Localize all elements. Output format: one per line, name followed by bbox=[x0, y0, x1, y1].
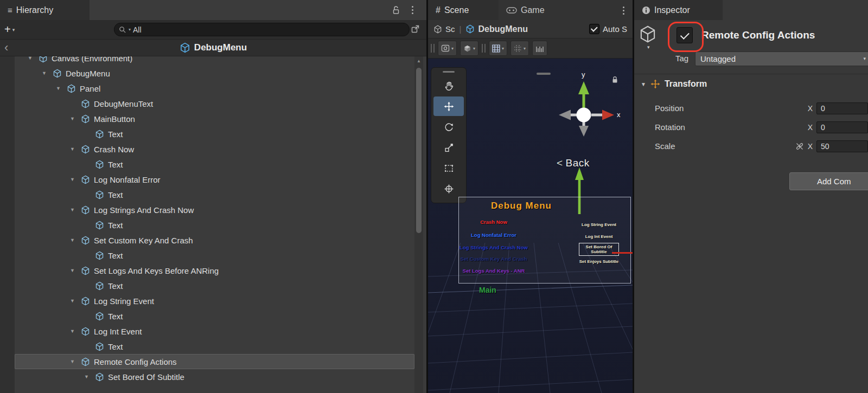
scrollbar-thumb[interactable] bbox=[416, 68, 422, 233]
panel-divider[interactable] bbox=[633, 0, 634, 393]
transform-tool-button[interactable] bbox=[433, 179, 464, 198]
breadcrumb-current-label[interactable]: DebugMenu bbox=[478, 24, 528, 34]
foldout-expanded-icon[interactable]: ▼ bbox=[27, 56, 39, 61]
hierarchy-item-debugmenu[interactable]: ▼DebugMenu bbox=[15, 66, 414, 81]
hierarchy-item-label: Text bbox=[108, 251, 123, 260]
hierarchy-toolbar: +▾ ▾ All bbox=[0, 20, 426, 39]
foldout-expanded-icon[interactable]: ▼ bbox=[69, 116, 81, 121]
gizmo-y-label[interactable]: y bbox=[582, 70, 585, 79]
transform-component-header[interactable]: ▼ Transform bbox=[634, 75, 868, 93]
hierarchy-item-log-string-event[interactable]: ▼Log String Event bbox=[15, 293, 414, 308]
scene-menu-icon[interactable] bbox=[619, 5, 628, 16]
tab-game[interactable]: Game bbox=[499, 0, 552, 20]
shading-mode-dropdown[interactable]: ▾ bbox=[460, 41, 478, 56]
foldout-expanded-icon[interactable]: ▼ bbox=[69, 177, 81, 182]
scale-icon bbox=[444, 143, 454, 153]
game-button-crash-now[interactable]: Crash Now bbox=[459, 219, 528, 225]
breadcrumb-root-label[interactable]: Sc bbox=[445, 24, 455, 34]
hierarchy-item-log-strings-and-crash-now[interactable]: ▼Log Strings And Crash Now bbox=[15, 202, 414, 217]
game-button-log-int-event[interactable]: Log Int Event bbox=[565, 234, 633, 239]
foldout-expanded-icon[interactable]: ▼ bbox=[69, 207, 81, 212]
tag-dropdown[interactable]: Untagged ▾ bbox=[695, 51, 868, 66]
hierarchy-item-text[interactable]: Text bbox=[15, 187, 414, 202]
hierarchy-item-log-int-event[interactable]: ▼Log Int Event bbox=[15, 324, 414, 339]
foldout-expanded-icon[interactable]: ▼ bbox=[69, 146, 81, 152]
hierarchy-item-mainbutton[interactable]: ▼MainButton bbox=[15, 111, 414, 126]
hierarchy-item-set-bored-of-subtitle[interactable]: ▼Set Bored Of Subtitle bbox=[15, 369, 414, 384]
scene-viewport[interactable]: y x <Back Debug Menu Crash NowLog Nonfat… bbox=[428, 59, 633, 393]
foldout-expanded-icon[interactable]: ▼ bbox=[69, 328, 81, 334]
game-main-button[interactable]: Main bbox=[479, 286, 496, 294]
snap-settings-dropdown[interactable]: ▾ bbox=[510, 41, 529, 56]
hierarchy-item-set-logs-and-keys-before-anring[interactable]: ▼Set Logs And Keys Before ANRing bbox=[15, 263, 414, 278]
measure-tool-button[interactable] bbox=[532, 41, 547, 56]
game-button-log-nonfatal-error[interactable]: Log Nonfatal Error bbox=[459, 232, 528, 238]
hierarchy-item-text[interactable]: Text bbox=[15, 157, 414, 172]
game-button-set-bored-of-subtitle[interactable]: Set Bored Of Subtitle bbox=[565, 243, 633, 256]
scene-view-toolbar: ▾ ▾ ▾ ▾ bbox=[428, 38, 633, 59]
create-object-button[interactable]: +▾ bbox=[4, 23, 15, 36]
prefab-cube-icon bbox=[95, 190, 108, 199]
scale-x-field[interactable]: 50 bbox=[816, 140, 868, 152]
hierarchy-item-text[interactable]: Text bbox=[15, 278, 414, 293]
tab-hierarchy[interactable]: ≡ Hierarchy bbox=[0, 0, 90, 20]
rect-tool-button[interactable] bbox=[433, 158, 464, 178]
game-button-log-string-event[interactable]: Log String Event bbox=[565, 222, 633, 227]
hierarchy-item-crash-now[interactable]: ▼Crash Now bbox=[15, 141, 414, 157]
toolbar-grip[interactable] bbox=[431, 44, 435, 53]
move-tool-button[interactable] bbox=[433, 96, 464, 116]
hierarchy-item-panel[interactable]: ▼Panel bbox=[15, 81, 414, 96]
foldout-expanded-icon[interactable]: ▼ bbox=[640, 81, 646, 87]
game-button-set-logs-and-keys-anr[interactable]: Set Logs And Keys - ANR bbox=[459, 268, 528, 274]
foldout-expanded-icon[interactable]: ▼ bbox=[69, 359, 81, 364]
hierarchy-item-canvas-environment[interactable]: ▼Canvas (Environment) bbox=[15, 56, 414, 66]
hand-tool-button[interactable] bbox=[433, 76, 464, 95]
camera-view-dropdown[interactable]: ▾ bbox=[438, 41, 457, 56]
rotation-x-field[interactable]: 0 bbox=[816, 121, 868, 133]
back-chevron-icon[interactable]: ‹ bbox=[4, 41, 8, 55]
position-x-field[interactable]: 0 bbox=[816, 102, 868, 114]
hierarchy-item-text[interactable]: Text bbox=[15, 126, 414, 141]
hierarchy-scrollbar[interactable]: ▲ bbox=[414, 56, 423, 393]
hierarchy-item-remote-config-actions[interactable]: ▼Remote Config Actions bbox=[15, 354, 414, 369]
hierarchy-item-text[interactable]: Text bbox=[15, 248, 414, 263]
link-scale-icon[interactable] bbox=[795, 142, 804, 151]
hierarchy-item-text[interactable]: Text bbox=[15, 339, 414, 354]
gizmo-x-label[interactable]: x bbox=[617, 111, 621, 119]
game-button-set-custom-key-and-crash[interactable]: Set Custom Key And Crash bbox=[459, 256, 528, 262]
toolbar-grip[interactable] bbox=[482, 44, 486, 53]
game-button-log-strings-and-crash-now[interactable]: Log Strings And Crash Now bbox=[459, 244, 528, 250]
search-input[interactable]: ▾ All bbox=[114, 23, 410, 36]
auto-save-toggle[interactable]: Auto S bbox=[589, 24, 627, 34]
foldout-expanded-icon[interactable]: ▼ bbox=[83, 374, 95, 379]
scroll-up-icon[interactable]: ▲ bbox=[414, 59, 423, 63]
foldout-expanded-icon[interactable]: ▼ bbox=[55, 86, 67, 91]
foldout-expanded-icon[interactable]: ▼ bbox=[69, 268, 81, 273]
chevron-down-icon[interactable]: ▾ bbox=[647, 44, 650, 50]
foldout-expanded-icon[interactable]: ▼ bbox=[69, 298, 81, 304]
tab-scene[interactable]: # Scene bbox=[428, 0, 499, 20]
rotate-tool-button[interactable] bbox=[433, 117, 464, 137]
gizmo-lock-icon[interactable] bbox=[611, 76, 618, 83]
popout-window-icon[interactable] bbox=[411, 24, 420, 34]
gameobject-icon-selector[interactable] bbox=[639, 25, 657, 43]
hierarchy-item-debugmenutext[interactable]: DebugMenuText bbox=[15, 96, 414, 111]
grid-visibility-dropdown[interactable]: ▾ bbox=[489, 41, 507, 56]
hierarchy-item-label: Canvas (Environment) bbox=[52, 56, 132, 63]
scale-tool-button[interactable] bbox=[433, 138, 464, 157]
transform-icon bbox=[650, 79, 660, 89]
hierarchy-item-text[interactable]: Text bbox=[15, 308, 414, 324]
hierarchy-menu-icon[interactable] bbox=[408, 4, 417, 15]
foldout-expanded-icon[interactable]: ▼ bbox=[41, 70, 53, 76]
tab-inspector[interactable]: Inspector bbox=[634, 0, 723, 20]
foldout-expanded-icon[interactable]: ▼ bbox=[69, 237, 81, 243]
hierarchy-item-text[interactable]: Text bbox=[15, 217, 414, 233]
hierarchy-item-set-custom-key-and-crash[interactable]: ▼Set Custom Key And Crash bbox=[15, 233, 414, 248]
lock-icon[interactable] bbox=[392, 5, 400, 15]
hierarchy-item-log-nonfatal-error[interactable]: ▼Log Nonfatal Error bbox=[15, 172, 414, 187]
panel-divider[interactable] bbox=[426, 0, 428, 393]
game-button-set-enjoys-subtitle[interactable]: Set Enjoys Subtitle bbox=[565, 259, 633, 264]
move-gizmo-x-line[interactable] bbox=[612, 252, 633, 254]
add-component-button[interactable]: Add Com bbox=[789, 172, 868, 190]
overlay-drag-handle[interactable] bbox=[443, 71, 455, 73]
